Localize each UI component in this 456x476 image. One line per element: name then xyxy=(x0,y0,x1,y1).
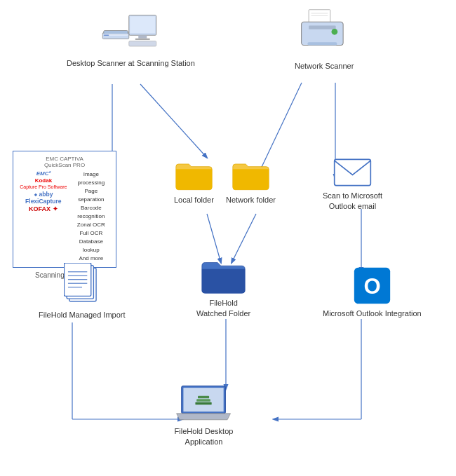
diagram: Desktop Scanner at Scanning Station Netw… xyxy=(0,0,456,476)
scanning-software-box: EMC CAPTIVAQuickScan PRO EMC² KodakCaptu… xyxy=(13,151,116,268)
sw-box-title: EMC CAPTIVAQuickScan PRO xyxy=(19,156,110,168)
watched-folder-label: FileHoldWatched Folder xyxy=(196,298,250,320)
emc-logo: EMC² xyxy=(19,170,68,177)
managed-import-icon xyxy=(64,263,100,306)
scan-outlook-label: Scan to MicrosoftOutlook email xyxy=(323,191,382,212)
kodak-logo: KodakCapture Pro Software xyxy=(19,177,68,190)
network-folder-icon xyxy=(232,160,270,191)
desktop-app-icon xyxy=(174,384,234,423)
sw-logos: EMC² KodakCapture Pro Software ⬥ abby Fl… xyxy=(19,170,68,260)
managed-import-label: FileHold Managed Import xyxy=(39,310,126,320)
network-folder-label: Network folder xyxy=(226,195,276,205)
watched-folder-icon xyxy=(201,258,246,294)
kofax-logo: KOFAX ✦ xyxy=(19,205,68,212)
svg-rect-19 xyxy=(104,31,128,34)
svg-rect-43 xyxy=(196,399,210,402)
svg-text:O: O xyxy=(363,274,380,299)
desktop-scanner-label: Desktop Scanner at Scanning Station xyxy=(67,58,195,69)
desktop-app-label: FileHold DesktopApplication xyxy=(175,426,234,448)
scan-outlook-node: Scan to MicrosoftOutlook email xyxy=(323,158,382,212)
network-scanner-node: Network Scanner xyxy=(295,8,354,72)
watched-folder-node: FileHoldWatched Folder xyxy=(196,258,250,320)
svg-rect-15 xyxy=(139,35,147,39)
managed-import-node: FileHold Managed Import xyxy=(39,263,126,320)
svg-rect-29 xyxy=(335,159,371,185)
svg-line-4 xyxy=(207,214,221,263)
outlook-integration-icon: O xyxy=(353,266,391,305)
svg-rect-16 xyxy=(135,39,150,40)
local-folder-icon xyxy=(175,160,213,191)
network-folder-node: Network folder xyxy=(226,160,276,205)
svg-rect-44 xyxy=(195,402,211,405)
svg-rect-28 xyxy=(308,42,337,45)
svg-line-1 xyxy=(140,84,207,158)
svg-rect-17 xyxy=(129,41,156,47)
svg-rect-22 xyxy=(309,10,330,23)
network-scanner-label: Network Scanner xyxy=(295,61,354,72)
svg-point-27 xyxy=(332,29,338,35)
desktop-scanner-node: Desktop Scanner at Scanning Station xyxy=(67,13,195,69)
svg-rect-26 xyxy=(309,26,336,29)
svg-rect-14 xyxy=(130,16,156,33)
scanner-icon xyxy=(99,13,162,55)
mail-icon xyxy=(333,158,372,187)
sw-features: Image processing Page separation Barcode… xyxy=(72,170,110,263)
svg-rect-42 xyxy=(198,396,209,399)
outlook-integration-label: Microsoft Outlook Integration xyxy=(323,308,422,319)
svg-line-5 xyxy=(232,214,256,263)
desktop-app-node: FileHold DesktopApplication xyxy=(174,384,234,448)
outlook-integration-node: O Microsoft Outlook Integration xyxy=(323,266,422,319)
local-folder-label: Local folder xyxy=(174,195,214,205)
flexicapture-logo: ⬥ abby FlexiCapture xyxy=(19,191,68,205)
local-folder-node: Local folder xyxy=(174,160,214,205)
network-scanner-icon xyxy=(296,8,352,57)
svg-rect-21 xyxy=(104,35,109,36)
scanning-software-node: EMC CAPTIVAQuickScan PRO EMC² KodakCaptu… xyxy=(13,151,116,280)
